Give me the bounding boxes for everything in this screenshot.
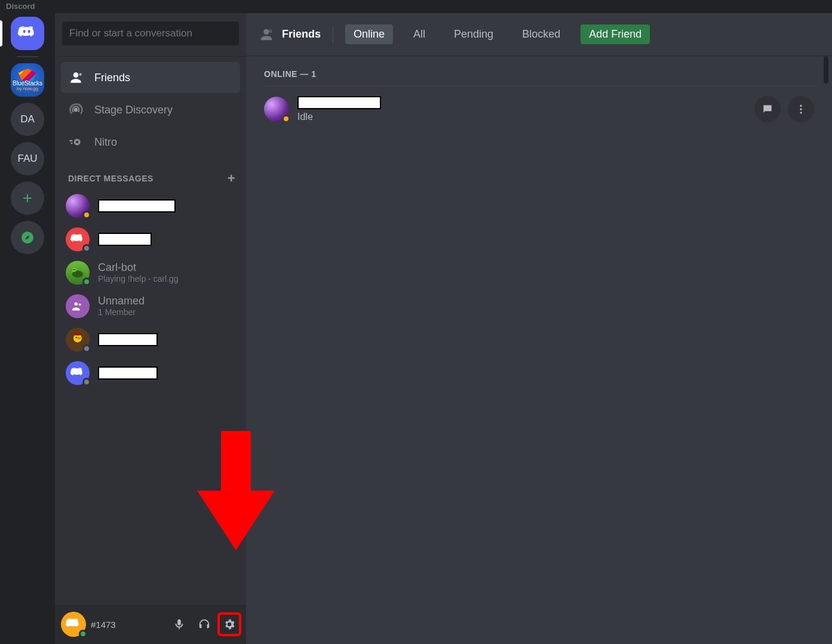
- server-separator: [17, 56, 38, 57]
- message-icon: [762, 103, 773, 115]
- redacted-username: [98, 199, 176, 212]
- tab-online[interactable]: Online: [345, 24, 393, 44]
- tab-pending[interactable]: Pending: [446, 24, 502, 44]
- friends-icon: [258, 26, 275, 43]
- svg-point-0: [74, 108, 78, 112]
- dm-section-header: DIRECT MESSAGES: [68, 174, 153, 183]
- svg-point-6: [72, 268, 76, 272]
- svg-point-14: [269, 29, 272, 32]
- tab-all[interactable]: All: [405, 24, 434, 44]
- server-selection-pill: [0, 20, 2, 47]
- server-bluestacks[interactable]: BlueStacks by now.gg: [11, 63, 44, 97]
- more-actions-button[interactable]: [788, 96, 814, 122]
- dm-item[interactable]: [61, 357, 240, 389]
- svg-point-8: [75, 269, 76, 270]
- explore-servers-button[interactable]: [11, 221, 44, 254]
- avatar: [264, 97, 289, 122]
- redacted-username: [98, 233, 152, 246]
- dm-item[interactable]: [61, 323, 240, 356]
- user-settings-button[interactable]: [219, 614, 240, 635]
- dm-item-carlbot[interactable]: Carl-bot Playing !help - carl.gg: [61, 257, 240, 289]
- topbar: Friends Online All Pending Blocked Add F…: [246, 13, 832, 56]
- svg-point-10: [79, 303, 81, 306]
- add-server-button[interactable]: +: [11, 181, 44, 215]
- dm-sidebar: Friends Stage Discovery Nitro DIRECT MES…: [55, 13, 246, 644]
- svg-point-17: [800, 112, 802, 113]
- dm-item[interactable]: [61, 190, 240, 222]
- dm-substatus: 1 Member: [98, 307, 145, 318]
- dm-name: Unnamed: [98, 295, 145, 308]
- avatar: [66, 361, 90, 385]
- server-list: BlueStacks by now.gg DA FAU +: [0, 13, 55, 644]
- svg-point-15: [800, 105, 802, 107]
- window-titlebar: Discord: [0, 0, 832, 13]
- server-fau[interactable]: FAU: [11, 142, 44, 175]
- main-content: Friends Online All Pending Blocked Add F…: [246, 13, 832, 644]
- server-bluestacks-sublabel: by now.gg: [17, 87, 38, 91]
- message-button[interactable]: [754, 96, 781, 122]
- dm-name: Carl-bot: [98, 261, 179, 275]
- friend-status: Idle: [297, 112, 381, 122]
- avatar: [66, 194, 90, 218]
- svg-point-7: [73, 269, 74, 270]
- topbar-title: Friends: [282, 28, 321, 41]
- mute-mic-button[interactable]: [168, 614, 190, 635]
- svg-rect-13: [75, 334, 80, 336]
- nav-nitro[interactable]: Nitro: [61, 127, 240, 158]
- user-discriminator: #1473: [91, 620, 116, 630]
- dm-item[interactable]: [61, 223, 240, 255]
- friend-row[interactable]: Idle: [264, 87, 814, 132]
- svg-rect-4: [70, 143, 72, 144]
- svg-rect-3: [69, 140, 72, 141]
- redacted-username: [297, 96, 381, 109]
- redacted-username: [98, 366, 158, 380]
- tab-blocked[interactable]: Blocked: [514, 24, 569, 44]
- svg-point-12: [76, 337, 77, 338]
- avatar: [66, 294, 90, 318]
- avatar: [66, 227, 90, 251]
- nav-friends[interactable]: Friends: [61, 62, 240, 93]
- svg-point-16: [800, 108, 802, 110]
- user-panel: #1473: [55, 605, 246, 644]
- avatar: [66, 328, 90, 352]
- home-button[interactable]: [11, 17, 44, 50]
- nav-nitro-label: Nitro: [94, 136, 117, 149]
- redacted-username: [98, 333, 158, 346]
- create-dm-button[interactable]: +: [228, 171, 235, 186]
- svg-point-2: [76, 141, 78, 143]
- nav-stage-discovery[interactable]: Stage Discovery: [61, 94, 240, 125]
- dm-item-group[interactable]: Unnamed 1 Member: [61, 290, 240, 322]
- more-vertical-icon: [795, 103, 807, 115]
- scrollbar-thumb[interactable]: [824, 56, 828, 84]
- nav-stage-label: Stage Discovery: [94, 104, 173, 116]
- server-da[interactable]: DA: [11, 103, 44, 136]
- friends-section-header: ONLINE — 1: [264, 69, 814, 87]
- quickswitcher-input[interactable]: [62, 21, 239, 45]
- self-avatar[interactable]: [61, 612, 86, 637]
- add-friend-button[interactable]: Add Friend: [581, 24, 650, 44]
- nav-friends-label: Friends: [94, 72, 130, 84]
- avatar: [66, 261, 90, 285]
- svg-point-9: [75, 303, 78, 306]
- dm-substatus: Playing !help - carl.gg: [98, 274, 179, 284]
- gear-icon: [223, 618, 236, 631]
- deafen-button[interactable]: [194, 614, 215, 635]
